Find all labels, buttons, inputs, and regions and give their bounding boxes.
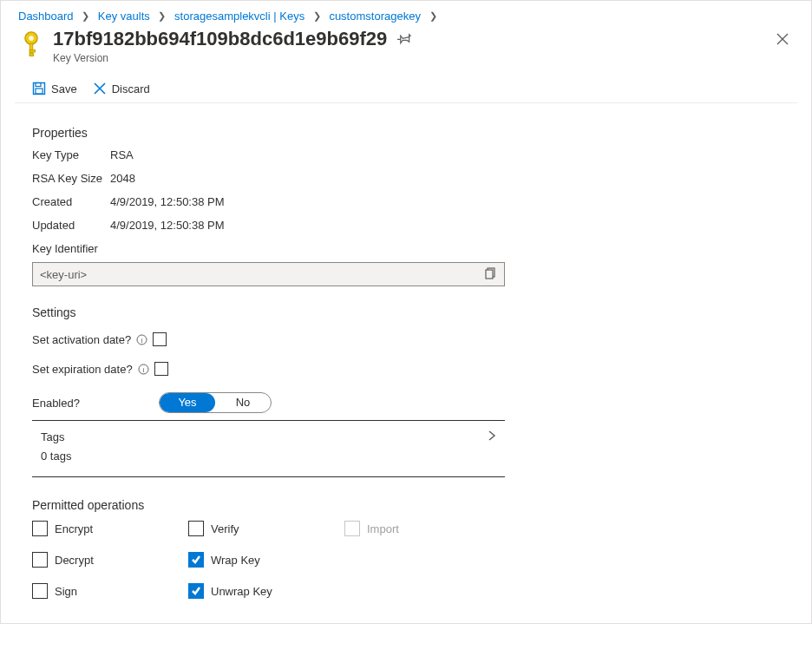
info-icon[interactable]: i: [136, 334, 147, 345]
unwrap-key-checkbox[interactable]: [188, 583, 204, 599]
page-title: 17bf9182bb694f109b8dc6d1e9b69f29: [53, 28, 387, 50]
discard-button[interactable]: Discard: [93, 82, 150, 95]
svg-text:i: i: [142, 365, 144, 373]
unwrap-key-label: Unwrap Key: [211, 585, 272, 598]
encrypt-label: Encrypt: [55, 522, 93, 535]
svg-text:i: i: [141, 336, 143, 344]
tags-expander[interactable]: Tags 0 tags: [32, 421, 505, 471]
discard-icon: [93, 82, 107, 95]
expiration-date-label: Set expiration date?: [32, 363, 133, 376]
prop-updated-label: Updated: [32, 219, 110, 232]
copy-icon: [485, 267, 497, 279]
expiration-date-checkbox[interactable]: [154, 362, 168, 376]
sign-label: Sign: [55, 585, 77, 598]
breadcrumb-dashboard[interactable]: Dashboard: [18, 10, 74, 23]
verify-label: Verify: [211, 522, 239, 535]
sign-checkbox[interactable]: [32, 583, 48, 599]
svg-rect-6: [36, 83, 41, 87]
key-identifier-value: <key-uri>: [40, 268, 485, 281]
copy-button[interactable]: [485, 267, 497, 282]
encrypt-checkbox[interactable]: [32, 521, 48, 536]
discard-label: Discard: [112, 82, 150, 95]
svg-rect-4: [29, 54, 33, 56]
prop-updated-value: 4/9/2019, 12:50:38 PM: [110, 219, 225, 232]
save-label: Save: [51, 82, 77, 95]
enabled-label: Enabled?: [32, 397, 154, 410]
prop-created-label: Created: [32, 195, 110, 208]
page-subtitle: Key Version: [53, 52, 771, 64]
activation-date-checkbox[interactable]: [153, 332, 167, 346]
chevron-right-icon: ❯: [82, 10, 89, 22]
activation-date-label: Set activation date?: [32, 333, 131, 346]
verify-checkbox[interactable]: [188, 521, 204, 536]
properties-section-title: Properties: [32, 126, 780, 140]
divider: [32, 476, 505, 477]
enabled-toggle-no[interactable]: No: [215, 393, 271, 412]
save-icon: [32, 82, 46, 95]
close-button[interactable]: [771, 28, 794, 53]
pin-button[interactable]: [397, 28, 411, 50]
chevron-right-icon: ❯: [313, 10, 321, 22]
enabled-toggle[interactable]: Yes No: [159, 392, 272, 413]
key-identifier-field[interactable]: <key-uri>: [32, 262, 505, 286]
svg-rect-7: [36, 89, 43, 94]
key-icon: [18, 28, 44, 62]
tags-count: 0 tags: [41, 450, 498, 463]
tags-title: Tags: [41, 430, 486, 443]
settings-section-title: Settings: [32, 305, 780, 319]
wrap-key-checkbox[interactable]: [188, 552, 204, 568]
info-icon[interactable]: i: [138, 364, 149, 375]
svg-rect-3: [29, 49, 35, 52]
import-label: Import: [367, 522, 399, 535]
page-header: 17bf9182bb694f109b8dc6d1e9b69f29 Key Ver…: [1, 28, 811, 75]
decrypt-checkbox[interactable]: [32, 552, 48, 568]
breadcrumb-keyvaults[interactable]: Key vaults: [98, 10, 150, 23]
toolbar: Save Discard: [15, 75, 797, 103]
prop-created-value: 4/9/2019, 12:50:38 PM: [110, 195, 225, 208]
wrap-key-label: Wrap Key: [211, 554, 260, 567]
prop-rsa-size-value: 2048: [110, 172, 135, 185]
chevron-right-icon: ❯: [429, 10, 437, 22]
chevron-right-icon: [486, 430, 498, 444]
chevron-right-icon: ❯: [158, 10, 166, 22]
breadcrumb-vault-keys[interactable]: storagesamplekvcli | Keys: [174, 10, 304, 23]
enabled-toggle-yes[interactable]: Yes: [160, 393, 215, 412]
svg-rect-9: [486, 270, 493, 279]
prop-key-type-value: RSA: [110, 148, 134, 161]
prop-key-type-label: Key Type: [32, 148, 110, 161]
prop-rsa-size-label: RSA Key Size: [32, 172, 110, 185]
save-button[interactable]: Save: [32, 82, 77, 95]
breadcrumb-keyname[interactable]: customstoragekey: [329, 10, 421, 23]
permitted-operations-title: Permitted operations: [32, 498, 780, 512]
import-checkbox: [344, 521, 360, 536]
svg-point-1: [29, 36, 34, 41]
breadcrumb: Dashboard ❯ Key vaults ❯ storagesamplekv…: [1, 1, 811, 28]
decrypt-label: Decrypt: [55, 554, 94, 567]
key-identifier-label: Key Identifier: [32, 242, 780, 255]
